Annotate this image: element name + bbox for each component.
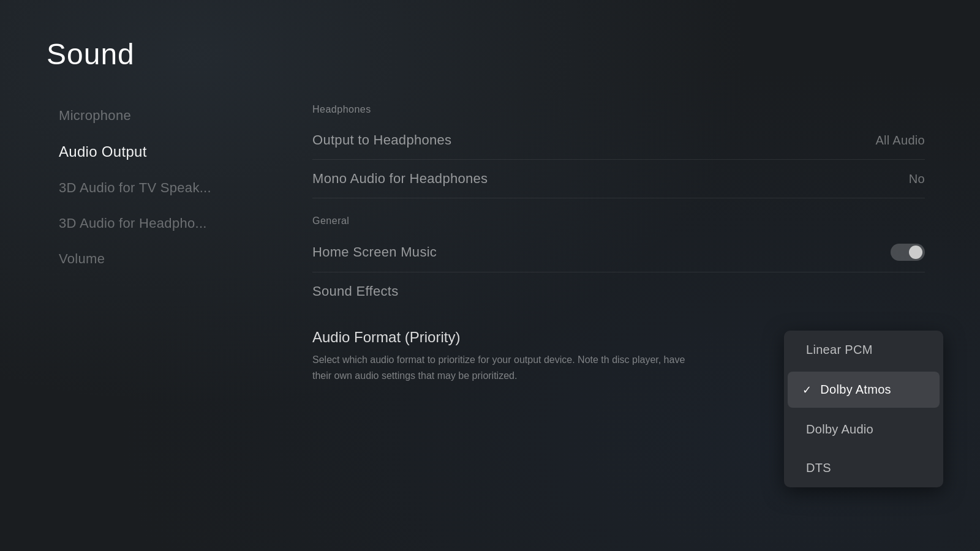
sidebar-item-volume[interactable]: Volume — [47, 241, 273, 277]
sidebar-item-audio-output[interactable]: Audio Output — [47, 133, 273, 170]
mono-audio-value: No — [909, 172, 925, 186]
home-screen-music-label: Home Screen Music — [312, 244, 437, 260]
page-title: Sound — [47, 37, 135, 71]
audio-format-dropdown: Linear PCM ✓ Dolby Atmos Dolby Audio DTS — [784, 331, 943, 487]
home-screen-music-row[interactable]: Home Screen Music — [294, 233, 943, 272]
home-screen-music-toggle[interactable] — [891, 244, 925, 261]
output-to-headphones-label: Output to Headphones — [312, 132, 451, 148]
dropdown-item-dolby-audio[interactable]: Dolby Audio — [784, 410, 943, 449]
dropdown-item-dts[interactable]: DTS — [784, 449, 943, 487]
dropdown-item-dolby-atmos[interactable]: ✓ Dolby Atmos — [788, 372, 940, 408]
toggle-thumb — [909, 246, 922, 259]
dolby-audio-label: Dolby Audio — [806, 422, 873, 437]
dolby-atmos-label: Dolby Atmos — [820, 383, 891, 397]
sidebar-item-3d-headphones[interactable]: 3D Audio for Headpho... — [47, 206, 273, 241]
mono-audio-label: Mono Audio for Headphones — [312, 171, 488, 187]
dts-label: DTS — [806, 461, 831, 475]
toggle-track — [891, 244, 925, 261]
sidebar-item-microphone[interactable]: Microphone — [47, 98, 273, 133]
audio-format-description: Select which audio format to prioritize … — [312, 352, 704, 383]
dropdown-item-linear-pcm[interactable]: Linear PCM — [784, 331, 943, 369]
sound-effects-label: Sound Effects — [312, 283, 398, 299]
sound-effects-row[interactable]: Sound Effects — [294, 272, 943, 310]
linear-pcm-label: Linear PCM — [806, 343, 873, 357]
check-icon: ✓ — [802, 383, 812, 397]
left-navigation: Microphone Audio Output 3D Audio for TV … — [47, 98, 273, 277]
mono-audio-row[interactable]: Mono Audio for Headphones No — [294, 160, 943, 198]
output-to-headphones-value: All Audio — [875, 133, 925, 148]
headphones-section-label: Headphones — [294, 98, 943, 121]
general-section-label: General — [294, 209, 943, 233]
output-to-headphones-row[interactable]: Output to Headphones All Audio — [294, 121, 943, 159]
divider-2 — [312, 198, 925, 198]
sidebar-item-3d-tv[interactable]: 3D Audio for TV Speak... — [47, 170, 273, 206]
